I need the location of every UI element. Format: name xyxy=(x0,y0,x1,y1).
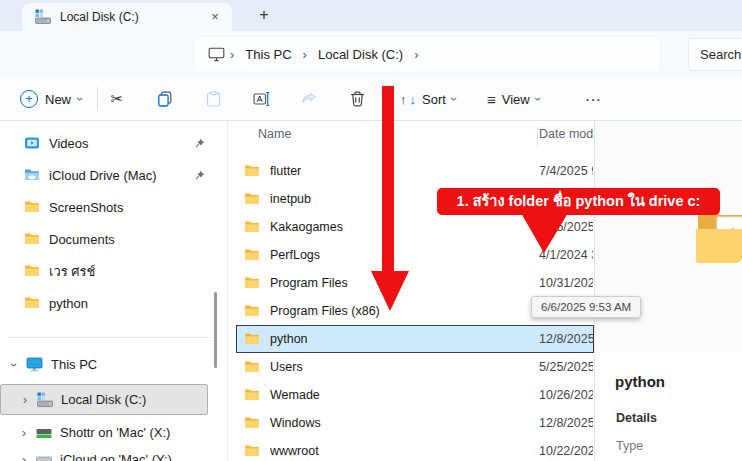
file-name: Kakaogames xyxy=(270,220,343,234)
toolbar-divider xyxy=(97,87,98,111)
file-list-pane: Name ˆ Date modified flutter 7/4/2025 9 … xyxy=(227,121,595,461)
copy-button[interactable] xyxy=(149,83,181,115)
file-name: Windows xyxy=(270,416,321,430)
tab-close-icon[interactable]: × xyxy=(206,8,224,26)
tab-strip: Local Disk (C:) × + xyxy=(0,0,742,31)
new-tab-button[interactable]: + xyxy=(254,5,274,25)
plus-circle-icon: + xyxy=(20,90,38,108)
annotation-callout: 1. สร้าง folder ชื่อ python ใน drive c: xyxy=(437,188,720,215)
this-pc-icon xyxy=(208,47,225,62)
address-row: ← → ↑ ↻ › This PC › Local Disk (C:) › Se… xyxy=(0,31,742,78)
file-row-wwwroot[interactable]: wwwroot 10/22/202 xyxy=(236,437,594,461)
pin-icon xyxy=(194,170,205,181)
sidebar-item-label: python xyxy=(49,296,227,311)
folder-icon xyxy=(24,199,40,215)
file-name: wwwroot xyxy=(270,444,319,458)
file-row-python[interactable]: python 12/8/2025 xyxy=(236,325,594,353)
file-explorer-window: Local Disk (C:) × + ← → ↑ ↻ › This PC › … xyxy=(0,0,742,461)
breadcrumb-local-disk-c[interactable]: Local Disk (C:) xyxy=(312,47,409,62)
tree-item-label: iCloud on 'Mac' (Y:) xyxy=(60,452,172,461)
folder-icon xyxy=(24,295,40,311)
file-name: Program Files xyxy=(270,276,348,290)
sidebar-item-label: iCloud Drive (Mac) xyxy=(49,168,194,183)
rename-button[interactable] xyxy=(245,83,277,115)
file-name: Wemade xyxy=(270,388,320,402)
file-name: flutter xyxy=(270,164,301,178)
file-date: 12/8/2025 xyxy=(539,325,593,353)
preview-pane: python Details Type xyxy=(595,121,742,461)
file-row-program-files[interactable]: Program Files 10/31/202 xyxy=(236,269,594,297)
new-button-label: New xyxy=(45,92,71,107)
file-date: 10/26/202 xyxy=(539,381,593,409)
annotation-arrow-shaft xyxy=(382,86,394,272)
search-input[interactable]: Search xyxy=(688,38,742,71)
column-divider[interactable] xyxy=(537,127,538,147)
sidebar-item-screenshots[interactable]: ScreenShots xyxy=(0,191,227,223)
breadcrumb-this-pc[interactable]: This PC xyxy=(239,47,297,62)
delete-button[interactable] xyxy=(341,83,373,115)
pin-icon xyxy=(194,138,205,149)
view-list-icon: ≡ xyxy=(487,91,496,108)
tree-item-icloud-drive[interactable]: › iCloud on 'Mac' (Y:) xyxy=(0,444,208,461)
sidebar-item-label: ScreenShots xyxy=(49,200,227,215)
chevron-expanded-icon[interactable]: › xyxy=(7,359,21,371)
breadcrumb-separator-icon: › xyxy=(298,47,312,62)
chevron-right-icon[interactable]: › xyxy=(18,426,30,440)
breadcrumb-separator-icon: › xyxy=(225,47,239,62)
folder-icon xyxy=(244,219,260,235)
view-button-label: View xyxy=(502,92,530,107)
file-date: 5/25/2025 xyxy=(539,353,593,381)
breadcrumb-separator-icon: › xyxy=(409,47,423,62)
paste-button xyxy=(197,83,229,115)
annotation-arrow-head xyxy=(371,271,409,311)
file-name: PerfLogs xyxy=(270,248,320,262)
column-header-name[interactable]: Name xyxy=(258,127,378,141)
folder-icon xyxy=(244,387,260,403)
tree-item-label: This PC xyxy=(51,357,97,372)
sidebar-scrollbar[interactable] xyxy=(214,292,217,368)
folder-icon xyxy=(244,275,260,291)
file-name: Program Files (x86) xyxy=(270,304,380,318)
file-row-windows[interactable]: Windows 12/8/2025 xyxy=(236,409,594,437)
sort-arrows-icon: ↓ xyxy=(410,92,417,107)
chevron-right-icon[interactable]: › xyxy=(18,453,30,461)
date-tooltip: 6/6/2025 9:53 AM xyxy=(531,296,641,318)
file-row-wemade[interactable]: Wemade 10/26/202 xyxy=(236,381,594,409)
file-date: 12/8/2025 xyxy=(539,409,593,437)
sort-button[interactable]: ↑↓ Sort › xyxy=(392,83,464,115)
drive-icon xyxy=(35,9,51,25)
view-button[interactable]: ≡ View › xyxy=(479,83,548,115)
sidebar-item-python[interactable]: python xyxy=(0,287,227,319)
tab-title: Local Disk (C:) xyxy=(60,10,206,24)
more-options-button[interactable]: … xyxy=(578,83,608,115)
chevron-right-icon[interactable]: › xyxy=(19,393,31,407)
tree-item-this-pc[interactable]: › This PC xyxy=(4,349,212,380)
folder-icon xyxy=(244,247,260,263)
chevron-down-icon: › xyxy=(447,97,461,101)
file-name: Users xyxy=(270,360,303,374)
folder-icon xyxy=(244,331,260,347)
folder-icon xyxy=(244,443,260,459)
tree-item-local-disk-c[interactable]: › Local Disk (C:) xyxy=(0,384,208,415)
cut-button[interactable]: ✂ xyxy=(101,83,133,115)
folder-icon xyxy=(24,263,40,279)
preview-type-label: Type xyxy=(616,439,643,453)
file-date: 10/31/202 xyxy=(539,269,593,297)
videos-icon xyxy=(24,135,40,151)
tab-local-disk-c[interactable]: Local Disk (C:) × xyxy=(22,3,232,31)
sort-arrows-icon: ↑ xyxy=(400,92,407,107)
file-row-flutter[interactable]: flutter 7/4/2025 9 xyxy=(236,157,594,185)
folder-icon xyxy=(244,303,260,319)
file-date: 7/4/2025 9 xyxy=(539,157,593,185)
address-bar[interactable]: › This PC › Local Disk (C:) › xyxy=(196,38,658,71)
column-header-date-modified[interactable]: Date modified xyxy=(539,127,593,141)
sidebar-item-icloud-drive[interactable]: iCloud Drive (Mac) xyxy=(0,159,227,191)
file-date: 10/22/202 xyxy=(539,437,593,461)
file-row-users[interactable]: Users 5/25/2025 xyxy=(236,353,594,381)
sidebar-item-documents[interactable]: Documents xyxy=(0,223,227,255)
sidebar-item-videos[interactable]: Videos xyxy=(0,127,227,159)
cloud-folder-icon xyxy=(24,167,40,183)
file-name: python xyxy=(270,332,308,346)
sidebar-item-thai-folder[interactable]: เวร ศรช์ xyxy=(0,255,227,287)
new-button[interactable]: + New › xyxy=(12,83,90,115)
